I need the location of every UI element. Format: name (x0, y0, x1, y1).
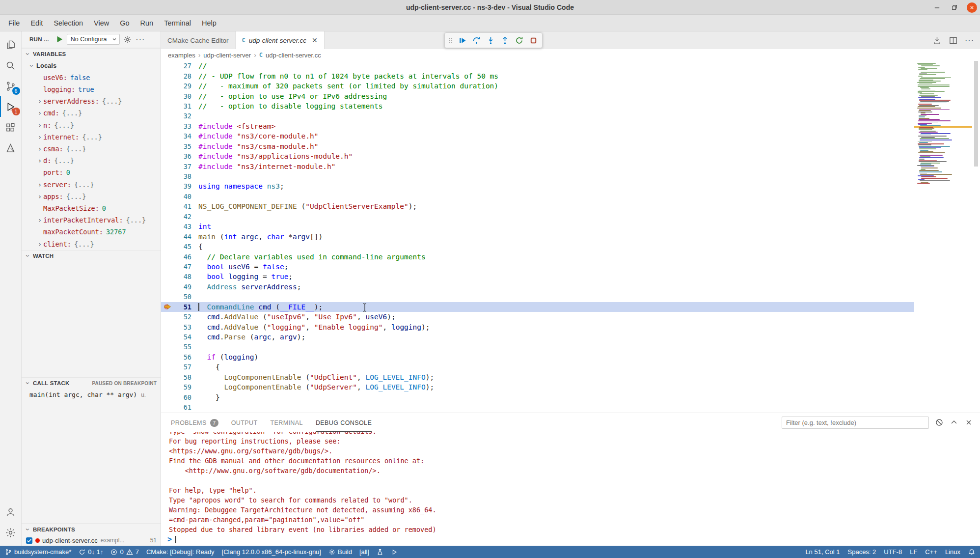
drag-handle-icon[interactable] (447, 34, 454, 47)
code-line-31[interactable]: 31// - option to disable logging stateme… (161, 101, 980, 111)
cmake-build-target[interactable]: [all] (359, 548, 369, 556)
chevron-right-icon[interactable]: › (36, 216, 43, 224)
code-line-59[interactable]: 59 LogComponentEnable ("UdpServer", LOG_… (161, 382, 980, 392)
source-control-icon[interactable]: 6 (0, 76, 22, 96)
code-line-58[interactable]: 58 LogComponentEnable ("UdpClient", LOG_… (161, 372, 980, 382)
continue-icon[interactable] (456, 34, 468, 47)
git-sync-status[interactable]: 0↓ 1↑ (79, 548, 103, 556)
variable-row-serverAddress[interactable]: ›serverAddress:{...} (22, 95, 161, 107)
debug-config-dropdown[interactable]: No Configura (67, 34, 120, 45)
breakpoint-gutter[interactable] (161, 181, 174, 191)
menu-item-selection[interactable]: Selection (48, 15, 88, 31)
language-mode-status[interactable]: C++ (925, 548, 937, 556)
cmake-status[interactable]: CMake: [Debug]: Ready (146, 548, 215, 556)
breakpoint-gutter[interactable] (161, 262, 174, 272)
clear-console-icon[interactable] (935, 418, 944, 427)
variables-section-header[interactable]: › VARIABLES (22, 48, 161, 60)
debug-console-input[interactable]: > (161, 533, 980, 546)
console-filter-input[interactable] (782, 417, 929, 429)
breakpoint-gutter[interactable] (161, 282, 174, 292)
panel-tab-output[interactable]: OUTPUT (231, 413, 258, 432)
code-line-30[interactable]: 30// - option to use IPv4 or IPv6 addres… (161, 91, 980, 101)
code-line-44[interactable]: 44main (int argc, char *argv[]) (161, 231, 980, 241)
minimap[interactable] (914, 61, 972, 413)
breakpoint-gutter[interactable] (161, 322, 174, 332)
maximize-panel-icon[interactable] (950, 418, 958, 427)
breakpoint-gutter[interactable] (161, 111, 174, 121)
code-line-51[interactable]: 51 CommandLine cmd (__FILE__); (161, 302, 980, 312)
scrollbar-slider[interactable] (974, 61, 978, 167)
code-line-43[interactable]: 43int (161, 222, 980, 231)
step-into-icon[interactable] (484, 34, 497, 47)
cmake-build-button[interactable]: Build (328, 548, 352, 556)
step-out-icon[interactable] (498, 34, 511, 47)
breakpoint-gutter[interactable] (161, 131, 174, 141)
variable-row-MaxPacketSize[interactable]: MaxPacketSize:0 (22, 202, 161, 214)
code-line-49[interactable]: 49 Address serverAddress; (161, 282, 980, 292)
breakpoint-gutter[interactable] (161, 231, 174, 241)
tab-cmake-cache-editor[interactable]: CMake Cache Editor (161, 31, 236, 49)
panel-tab-debug-console[interactable]: DEBUG CONSOLE (316, 413, 372, 432)
variable-row-apps[interactable]: ›apps:{...} (22, 191, 161, 202)
close-icon[interactable] (967, 2, 977, 13)
chevron-right-icon[interactable]: › (36, 240, 43, 248)
explorer-icon[interactable] (0, 34, 22, 55)
variable-row-client[interactable]: ›client:{...} (22, 238, 161, 250)
code-line-38[interactable]: 38 (161, 171, 980, 181)
code-line-42[interactable]: 42 (161, 212, 980, 222)
indentation-status[interactable]: Spaces: 2 (848, 548, 876, 556)
breakpoint-gutter[interactable] (161, 192, 174, 201)
code-line-41[interactable]: 41NS_LOG_COMPONENT_DEFINE ("UdpClientSer… (161, 201, 980, 211)
problems-status[interactable]: 0 7 (110, 548, 138, 556)
notifications-status[interactable] (968, 549, 975, 556)
breakpoint-gutter[interactable] (161, 402, 174, 412)
menu-item-edit[interactable]: Edit (25, 15, 48, 31)
breakpoint-gutter[interactable] (161, 392, 174, 402)
run-and-debug-icon[interactable]: 1 (0, 96, 22, 117)
breakpoint-gutter[interactable] (161, 242, 174, 251)
variable-row-internet[interactable]: ›internet:{...} (22, 131, 161, 143)
breakpoint-gutter[interactable] (161, 71, 174, 81)
code-editor[interactable]: 27//28// - UDP flow from n0 to n1 of 102… (161, 61, 980, 413)
cursor-position-status[interactable]: Ln 51, Col 1 (805, 548, 840, 556)
code-line-53[interactable]: 53 cmd.AddValue ("logging", "Enable logg… (161, 322, 980, 332)
code-line-29[interactable]: 29// - maximum of 320 packets sent (or l… (161, 81, 980, 91)
breakpoint-gutter[interactable] (161, 382, 174, 392)
eol-status[interactable]: LF (910, 548, 917, 556)
chevron-right-icon[interactable]: › (36, 121, 43, 129)
breakpoint-gutter[interactable] (161, 61, 174, 71)
git-branch-status[interactable]: buildsystem-cmake* (5, 548, 71, 556)
breakpoint-gutter[interactable] (161, 101, 174, 111)
menu-item-view[interactable]: View (88, 15, 114, 31)
debug-gear-icon[interactable] (123, 34, 133, 44)
chevron-right-icon[interactable]: › (36, 193, 43, 200)
code-line-61[interactable]: 61 (161, 402, 980, 412)
panel-tab-problems[interactable]: PROBLEMS 7 (171, 413, 218, 432)
restart-icon[interactable] (513, 34, 525, 47)
code-line-54[interactable]: 54 cmd.Parse (argc, argv); (161, 332, 980, 342)
restore-icon[interactable] (949, 2, 960, 13)
cmake-test-button[interactable] (377, 549, 383, 556)
breakpoint-gutter[interactable] (161, 292, 174, 302)
call-stack-section-header[interactable]: › CALL STACK PAUSED ON BREAKPOINT (22, 377, 161, 389)
breakpoint-gutter[interactable] (161, 141, 174, 151)
panel-tab-terminal[interactable]: TERMINAL (270, 413, 302, 432)
cmake-kit[interactable]: [Clang 12.0.0 x86_64-pc-linux-gnu] (222, 548, 321, 556)
extensions-icon[interactable] (0, 117, 22, 138)
encoding-status[interactable]: UTF-8 (884, 548, 902, 556)
breakpoint-gutter[interactable] (161, 372, 174, 382)
chevron-right-icon[interactable]: › (36, 133, 43, 141)
code-line-37[interactable]: 37#include "ns3/internet-module.h" (161, 161, 980, 171)
code-line-34[interactable]: 34#include "ns3/core-module.h" (161, 131, 980, 141)
locals-scope-row[interactable]: › Locals (22, 60, 161, 72)
breakpoint-gutter[interactable] (161, 201, 174, 211)
variable-row-d[interactable]: ›d:{...} (22, 155, 161, 167)
code-line-57[interactable]: 57 { (161, 362, 980, 372)
variable-row-logging[interactable]: logging:true (22, 84, 161, 95)
variable-row-useV6[interactable]: useV6:false (22, 72, 161, 84)
breakpoint-gutter[interactable] (161, 161, 174, 171)
breakpoint-gutter[interactable] (161, 312, 174, 322)
minimize-icon[interactable] (931, 2, 942, 13)
code-line-36[interactable]: 36#include "ns3/applications-module.h" (161, 151, 980, 161)
download-icon[interactable] (932, 36, 942, 45)
